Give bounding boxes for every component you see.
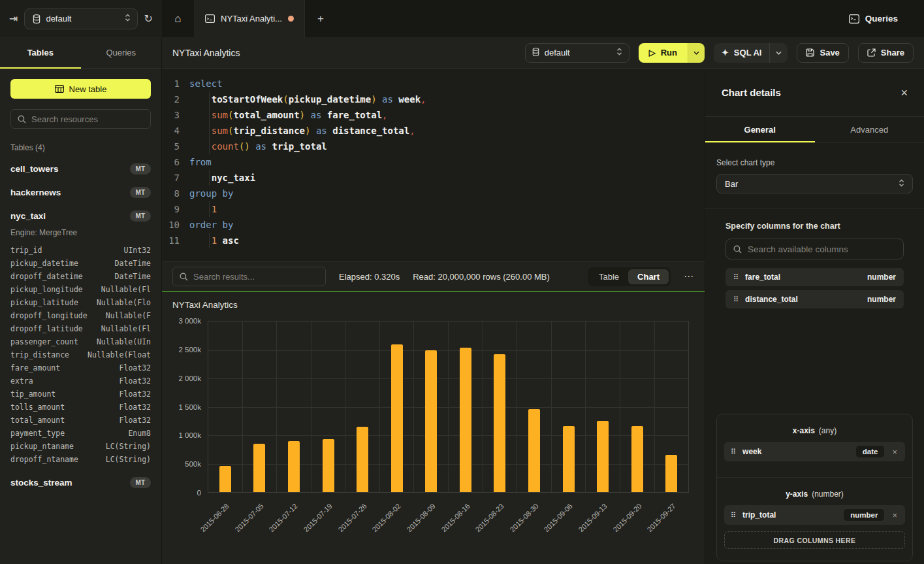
sidebar-tab-tables[interactable]: Tables [0,37,81,68]
save-button[interactable]: Save [797,43,848,63]
table-item[interactable]: cell_towersMT [10,161,151,176]
code-line[interactable]: 9 1 [162,201,705,217]
run-options-button[interactable] [688,43,705,63]
bar-2015-09-13[interactable] [597,421,609,492]
query-database-selector[interactable]: default [525,43,629,63]
chart-slot [449,322,483,492]
code-line[interactable]: 8group by [162,186,705,201]
code-line[interactable]: 7 nyc_taxi [162,170,705,186]
remove-icon[interactable]: × [891,510,899,520]
table-engine: Engine: MergeTree [10,228,151,237]
sql-ai-options-button[interactable] [769,43,788,63]
column-type: Float32 [119,361,151,374]
home-tab[interactable]: ⌂ [162,0,195,37]
code-line[interactable]: 1select [162,76,705,91]
drag-handle-icon[interactable]: ⠿ [731,448,736,456]
tab-nytaxi-analytics[interactable]: NYTaxi Analyti... [195,0,305,37]
code-line[interactable]: 10order by [162,217,705,233]
queries-button[interactable]: Queries [841,0,924,37]
sidebar-search[interactable] [10,109,151,129]
bar-2015-09-06[interactable] [563,426,575,492]
axis-assignment-card: x-axis(any) ⠿weekdate× y-axis(number) ⠿t… [716,414,913,561]
read-stat: Read: 20,000,000 rows (260.00 MB) [413,272,550,282]
bar-2015-08-16[interactable] [460,348,471,492]
external-link-icon [867,48,876,57]
bar-2015-07-19[interactable] [323,439,334,492]
axis-item-trip_total[interactable]: ⠿trip_totalnumber× [724,505,905,525]
close-icon[interactable]: × [900,87,908,99]
chart-details-tabs: General Advanced [705,117,924,142]
tab-advanced[interactable]: Advanced [815,117,924,142]
drag-handle-icon[interactable]: ⠿ [733,296,739,303]
table-item[interactable]: hackernewsMT [10,185,151,199]
chart-slot [483,322,518,492]
refresh-icon[interactable]: ↻ [144,14,153,24]
bar-2015-08-30[interactable] [528,409,540,492]
search-icon [180,273,188,281]
sidebar-tab-queries[interactable]: Queries [81,37,162,68]
column-type: Float32 [119,374,151,388]
table-name: hackernews [10,188,61,197]
table-item[interactable]: stocks_streamMT [10,475,151,489]
column-type: UInt32 [123,244,151,257]
bar-2015-09-27[interactable] [665,455,677,492]
view-toggle-table[interactable]: Table [590,269,628,284]
new-tab-button[interactable]: + [305,0,336,37]
database-selector[interactable]: default [24,8,137,29]
bar-2015-07-12[interactable] [288,441,300,492]
code-line[interactable]: 2 toStartOfWeek(pickup_datetime) as week… [162,91,705,107]
code-line[interactable]: 5 count() as trip_total [162,139,705,154]
view-toggle-chart[interactable]: Chart [628,269,669,284]
results-search[interactable] [172,267,326,286]
bar-2015-07-05[interactable] [253,444,265,492]
x-tick-label: 2015-08-30 [508,502,539,533]
bar-2015-08-23[interactable] [494,354,505,492]
search-icon [733,245,742,254]
columns-section: Specify columns for the chart ⠿fare_tota… [716,208,913,312]
remove-icon[interactable]: × [891,447,899,457]
table-icon [55,85,64,93]
bar-2015-06-28[interactable] [219,466,231,492]
sidebar-search-input[interactable] [31,114,144,124]
table-item[interactable]: nyc_taxiMT [10,208,151,223]
new-table-button[interactable]: New table [10,79,151,99]
engine-badge: MT [130,210,151,222]
column-name: tip_amount [10,388,56,401]
results-search-input[interactable] [193,272,319,282]
drag-handle-icon[interactable]: ⠿ [733,274,739,281]
bar-2015-08-09[interactable] [425,350,437,492]
y-tick-label: 500k [185,460,201,468]
columns-search[interactable] [725,239,904,259]
column-row: dropoff_datetimeDateTime [10,270,151,283]
x-axis-section: x-axis(any) ⠿weekdate× [717,414,912,478]
columns-search-input[interactable] [748,244,896,254]
drag-handle-icon[interactable]: ⠿ [731,512,736,519]
tab-general[interactable]: General [705,117,815,142]
drag-columns-drop-zone[interactable]: DRAG COLUMNS HERE [724,531,905,549]
run-button[interactable]: ▷ Run [639,43,688,63]
collapse-sidebar-icon[interactable]: ⇥ [9,14,18,24]
sql-ai-button[interactable]: ✦ SQL AI [714,48,770,58]
axis-item-week[interactable]: ⠿weekdate× [724,442,905,461]
bar-2015-07-26[interactable] [357,427,368,492]
more-options-icon[interactable]: ⋯ [684,271,694,282]
column-name: dropoff_ntaname [10,453,78,466]
available-column-fare_total[interactable]: ⠿fare_totalnumber [725,268,904,286]
line-number: 1 [162,76,180,91]
code-line[interactable]: 3 sum(total_amount) as fare_total, [162,107,705,123]
chart-slot [414,322,449,492]
chart-slot [655,322,689,492]
code-line[interactable]: 11 1 asc [162,233,705,248]
available-column-distance_total[interactable]: ⠿distance_totalnumber [725,290,904,308]
bar-2015-08-02[interactable] [391,344,403,492]
column-type: LC(String) [106,440,151,453]
sql-editor[interactable]: 1select2 toStartOfWeek(pickup_datetime) … [162,69,705,261]
code-line[interactable]: 4 sum(trip_distance) as distance_total, [162,123,705,139]
share-button[interactable]: Share [858,43,914,63]
column-row: fare_amountFloat32 [10,361,151,374]
query-header: NYTaxi Analytics default ▷ Run [162,37,924,69]
x-tick-label: 2015-08-16 [439,502,471,533]
code-line[interactable]: 6from [162,154,705,170]
bar-2015-09-20[interactable] [631,426,643,492]
chart-type-select[interactable]: Bar [716,174,913,193]
